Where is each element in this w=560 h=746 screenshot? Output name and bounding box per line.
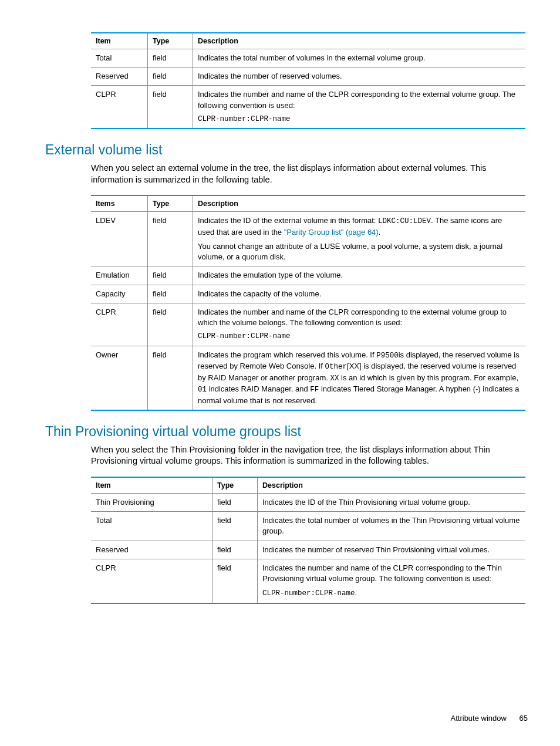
cell-type: field	[148, 266, 193, 285]
footer-title: Attribute window	[451, 714, 507, 723]
desc-text: Indicates the number and name of the CLP…	[198, 308, 507, 327]
code-text: CLPR-number:CLPR-name	[198, 114, 521, 125]
cell-type: field	[148, 303, 193, 346]
cell-desc: Indicates the ID of the external volume …	[193, 212, 526, 266]
cell-desc: Indicates the emulation type of the volu…	[193, 266, 526, 285]
cell-type: field	[148, 346, 193, 410]
cell-item: Capacity	[91, 285, 148, 303]
code-text: CLPR-number:CLPR-name	[198, 332, 521, 342]
cell-item: CLPR	[91, 86, 148, 129]
col-description: Description	[258, 477, 526, 494]
table-row: Emulation field Indicates the emulation …	[91, 266, 525, 285]
cell-type: field	[212, 559, 258, 603]
cell-type: field	[212, 541, 258, 559]
paragraph: When you select the Thin Provisioning fo…	[91, 444, 495, 467]
cell-desc: Indicates the number and name of the CLP…	[193, 303, 526, 346]
cell-desc: Indicates the capacity of the volume.	[193, 285, 526, 303]
table-row: CLPR field Indicates the number and name…	[91, 303, 525, 346]
desc-part: Indicates the ID of the external volume …	[198, 216, 378, 225]
table-row: LDEV field Indicates the ID of the exter…	[91, 212, 525, 266]
code-inline: 01	[198, 386, 207, 394]
code-inline: LDKC:CU:LDEV	[378, 217, 431, 225]
desc-part: .	[379, 228, 381, 237]
cell-desc: Indicates the program which reserved thi…	[193, 346, 526, 410]
cell-item: Reserved	[91, 67, 148, 86]
cell-desc: Indicates the number and name of the CLP…	[258, 559, 526, 603]
col-type: Type	[148, 33, 193, 49]
code-inline: P9500	[376, 352, 399, 360]
cell-item: LDEV	[91, 212, 148, 266]
cell-item: CLPR	[91, 559, 212, 603]
external-volume-list-table: Items Type Description LDEV field Indica…	[91, 195, 525, 411]
table-row: Reserved field Indicates the number of r…	[91, 67, 525, 86]
cell-desc: Indicates the total number of volumes in…	[258, 512, 526, 541]
cell-type: field	[148, 67, 193, 86]
table-row: Capacity field Indicates the capacity of…	[91, 285, 525, 303]
col-type: Type	[212, 477, 258, 494]
cell-item: Reserved	[91, 541, 212, 559]
page-number: 65	[519, 714, 528, 723]
cell-desc: Indicates the number and name of the CLP…	[193, 86, 526, 129]
cell-type: field	[148, 285, 193, 303]
cell-item: Owner	[91, 346, 148, 410]
table-row: Total field Indicates the total number o…	[91, 512, 525, 541]
col-item: Item	[91, 477, 212, 494]
col-type: Type	[148, 195, 193, 212]
desc-part: indicates RAID Manager, and	[207, 384, 310, 393]
code-trail: .	[355, 588, 357, 597]
desc-text: Indicates the number and name of the CLP…	[198, 90, 515, 109]
table-row: CLPR field Indicates the number and name…	[91, 86, 525, 129]
parity-group-list-link[interactable]: "Parity Group list" (page 64)	[284, 228, 379, 237]
cell-type: field	[148, 49, 193, 67]
code-inline: Other	[325, 363, 348, 371]
external-volume-group-table: Item Type Description Total field Indica…	[91, 32, 525, 129]
code-inline: FF	[310, 386, 319, 394]
cell-type: field	[148, 86, 193, 129]
cell-desc: Indicates the ID of the Thin Provisionin…	[258, 494, 526, 512]
desc-part: You cannot change an attribute of a LUSE…	[198, 241, 521, 262]
thin-provisioning-groups-table: Item Type Description Thin Provisioning …	[91, 477, 525, 604]
code-inline: XX	[330, 374, 339, 383]
table-row: Owner field Indicates the program which …	[91, 346, 525, 410]
cell-type: field	[212, 512, 258, 541]
cell-item: Emulation	[91, 266, 148, 285]
table-row: Reserved field Indicates the number of r…	[91, 541, 525, 559]
desc-text: Indicates the number and name of the CLP…	[262, 563, 502, 583]
paragraph: When you select an external volume in th…	[91, 163, 495, 185]
table-row: Thin Provisioning field Indicates the ID…	[91, 494, 525, 512]
col-item: Item	[91, 33, 148, 49]
cell-item: CLPR	[91, 303, 148, 346]
cell-type: field	[212, 494, 258, 512]
table-row: Total field Indicates the total number o…	[91, 49, 525, 67]
cell-item: Total	[91, 512, 212, 541]
col-description: Description	[193, 33, 526, 49]
cell-desc: Indicates the number of reserved Thin Pr…	[258, 541, 526, 559]
table-row: CLPR field Indicates the number and name…	[91, 559, 525, 603]
col-description: Description	[193, 195, 526, 212]
desc-part: Indicates the program which reserved thi…	[198, 350, 376, 359]
col-items: Items	[91, 195, 148, 212]
cell-desc: Indicates the total number of volumes in…	[193, 49, 526, 67]
cell-type: field	[148, 212, 193, 266]
page-footer: Attribute window 65	[451, 714, 528, 723]
cell-item: Thin Provisioning	[91, 494, 212, 512]
cell-desc: Indicates the number of reserved volumes…	[193, 67, 526, 86]
heading-thin-provisioning-list: Thin Provisioning virtual volume groups …	[45, 424, 528, 440]
desc-part: is an id which is given by this program.…	[339, 373, 518, 382]
code-text: CLPR-number:CLPR-name	[262, 589, 355, 598]
code-line: CLPR-number:CLPR-name.	[262, 588, 521, 599]
cell-item: Total	[91, 49, 148, 67]
heading-external-volume-list: External volume list	[45, 142, 528, 158]
